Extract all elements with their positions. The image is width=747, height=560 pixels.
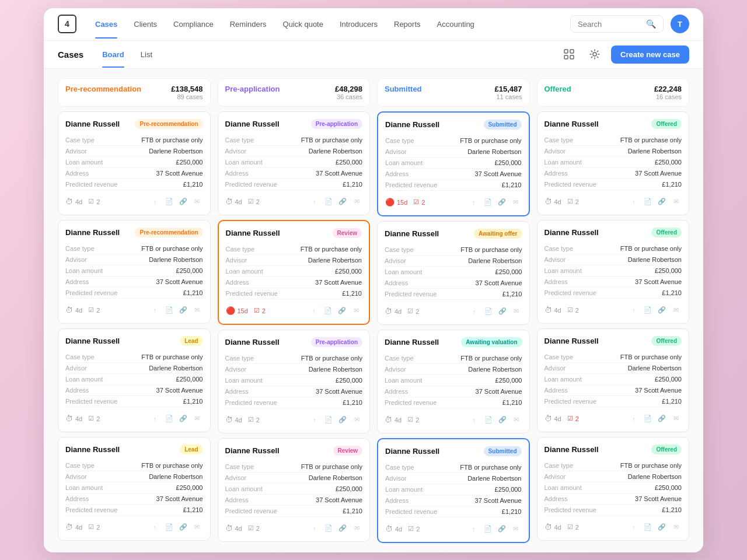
footer-left: 🔴 15d ☑ 2 (226, 306, 266, 315)
upload-icon[interactable]: ↑ (628, 522, 640, 533)
upload-icon[interactable]: ↑ (309, 523, 320, 534)
upload-icon[interactable]: ↑ (628, 304, 640, 316)
table-row[interactable]: Dianne Russell Submitted Case type FTB o… (377, 438, 530, 543)
email-icon[interactable]: ✉ (191, 413, 203, 425)
create-new-case-button[interactable]: Create new case (611, 46, 689, 64)
upload-icon[interactable]: ↑ (309, 196, 320, 208)
tab-board[interactable]: Board (95, 47, 131, 62)
search-box[interactable]: 🔍 (570, 15, 664, 33)
email-icon[interactable]: ✉ (670, 413, 682, 425)
doc-icon[interactable]: 📄 (323, 196, 334, 208)
doc-icon[interactable]: 📄 (323, 414, 334, 426)
doc-icon[interactable]: 📄 (163, 304, 175, 316)
search-input[interactable] (578, 20, 641, 29)
email-icon[interactable]: ✉ (351, 523, 362, 534)
upload-icon[interactable]: ↑ (149, 413, 161, 425)
link-icon[interactable]: 🔗 (656, 413, 668, 425)
email-icon[interactable]: ✉ (191, 522, 203, 533)
email-icon[interactable]: ✉ (670, 522, 682, 533)
link-icon[interactable]: 🔗 (337, 523, 348, 534)
doc-icon[interactable]: 📄 (322, 305, 334, 317)
link-icon[interactable]: 🔗 (497, 414, 508, 426)
table-row[interactable]: Dianne Russell Submitted Case type FTB o… (377, 111, 530, 216)
nav-item-accounting[interactable]: Accounting (430, 15, 481, 33)
email-icon[interactable]: ✉ (351, 196, 362, 208)
email-icon[interactable]: ✉ (191, 196, 203, 208)
settings-icon[interactable] (585, 45, 604, 64)
email-icon[interactable]: ✉ (511, 414, 522, 426)
upload-icon[interactable]: ↑ (149, 304, 161, 316)
link-icon[interactable]: 🔗 (177, 522, 189, 533)
nav-item-quickquote[interactable]: Quick quote (276, 15, 330, 33)
link-icon[interactable]: 🔗 (496, 197, 508, 208)
email-icon[interactable]: ✉ (670, 196, 682, 208)
tab-list[interactable]: List (134, 47, 159, 62)
email-icon[interactable]: ✉ (670, 304, 682, 316)
link-icon[interactable]: 🔗 (656, 304, 668, 316)
table-row[interactable]: Dianne Russell Awaiting offer Case type … (377, 221, 530, 325)
doc-icon[interactable]: 📄 (642, 196, 654, 208)
doc-icon[interactable]: 📄 (482, 197, 494, 208)
email-icon[interactable]: ✉ (350, 305, 362, 317)
email-icon[interactable]: ✉ (191, 304, 203, 316)
link-icon[interactable]: 🔗 (337, 196, 348, 208)
doc-icon[interactable]: 📄 (642, 413, 654, 425)
table-row[interactable]: Dianne Russell Lead Case type FTB or pur… (58, 437, 211, 541)
nav-item-clients[interactable]: Clients (127, 15, 164, 33)
upload-icon[interactable]: ↑ (468, 523, 480, 535)
table-row[interactable]: Dianne Russell Lead Case type FTB or pur… (58, 328, 211, 432)
email-icon[interactable]: ✉ (351, 414, 362, 426)
upload-icon[interactable]: ↑ (628, 413, 640, 425)
link-icon[interactable]: 🔗 (336, 305, 348, 317)
table-row[interactable]: Dianne Russell Offered Case type FTB or … (537, 220, 690, 324)
link-icon[interactable]: 🔗 (177, 304, 189, 316)
doc-icon[interactable]: 📄 (163, 522, 175, 533)
nav-item-reminders[interactable]: Reminders (223, 15, 274, 33)
table-row[interactable]: Dianne Russell Pre-recommendation Case t… (58, 111, 211, 215)
doc-icon[interactable]: 📄 (163, 413, 175, 425)
time-value: 4d (75, 307, 82, 314)
email-icon[interactable]: ✉ (510, 523, 522, 535)
avatar[interactable]: T (671, 15, 689, 33)
table-row[interactable]: Dianne Russell Review Case type FTB or p… (218, 220, 371, 325)
table-row[interactable]: Dianne Russell Offered Case type FTB or … (537, 437, 690, 541)
doc-icon[interactable]: 📄 (642, 304, 654, 316)
upload-icon[interactable]: ↑ (308, 305, 320, 317)
doc-icon[interactable]: 📄 (163, 196, 175, 208)
doc-icon[interactable]: 📄 (483, 306, 494, 317)
upload-icon[interactable]: ↑ (149, 522, 161, 533)
upload-icon[interactable]: ↑ (468, 197, 480, 208)
email-icon[interactable]: ✉ (510, 197, 522, 208)
doc-icon[interactable]: 📄 (483, 414, 494, 426)
table-row[interactable]: Dianne Russell Offered Case type FTB or … (537, 328, 690, 432)
table-row[interactable]: Dianne Russell Pre-recommendation Case t… (58, 220, 211, 324)
upload-icon[interactable]: ↑ (469, 306, 480, 317)
link-icon[interactable]: 🔗 (497, 306, 508, 317)
doc-icon[interactable]: 📄 (642, 522, 654, 533)
nav-item-cases[interactable]: Cases (88, 15, 124, 33)
upload-icon[interactable]: ↑ (628, 196, 640, 208)
email-icon[interactable]: ✉ (511, 306, 522, 317)
nav-item-reports[interactable]: Reports (387, 15, 428, 33)
table-row[interactable]: Dianne Russell Review Case type FTB or p… (218, 438, 371, 542)
upload-icon[interactable]: ↑ (309, 414, 320, 426)
table-row[interactable]: Dianne Russell Pre-application Case type… (218, 111, 371, 215)
table-row[interactable]: Dianne Russell Awaiting valuation Case t… (377, 330, 530, 433)
field-label: Loan amount (225, 485, 263, 492)
logo[interactable]: 4 (58, 15, 76, 33)
nav-item-compliance[interactable]: Compliance (166, 15, 221, 33)
link-icon[interactable]: 🔗 (656, 196, 668, 208)
doc-icon[interactable]: 📄 (482, 523, 494, 535)
link-icon[interactable]: 🔗 (177, 196, 189, 208)
doc-icon[interactable]: 📄 (323, 523, 334, 534)
link-icon[interactable]: 🔗 (337, 414, 348, 426)
link-icon[interactable]: 🔗 (496, 523, 508, 535)
table-row[interactable]: Dianne Russell Offered Case type FTB or … (537, 111, 690, 215)
link-icon[interactable]: 🔗 (177, 413, 189, 425)
link-icon[interactable]: 🔗 (656, 522, 668, 533)
nav-item-introducers[interactable]: Introducers (333, 15, 385, 33)
upload-icon[interactable]: ↑ (149, 196, 161, 208)
upload-icon[interactable]: ↑ (469, 414, 480, 426)
table-row[interactable]: Dianne Russell Pre-application Case type… (218, 330, 371, 433)
layout-icon[interactable] (560, 45, 578, 64)
